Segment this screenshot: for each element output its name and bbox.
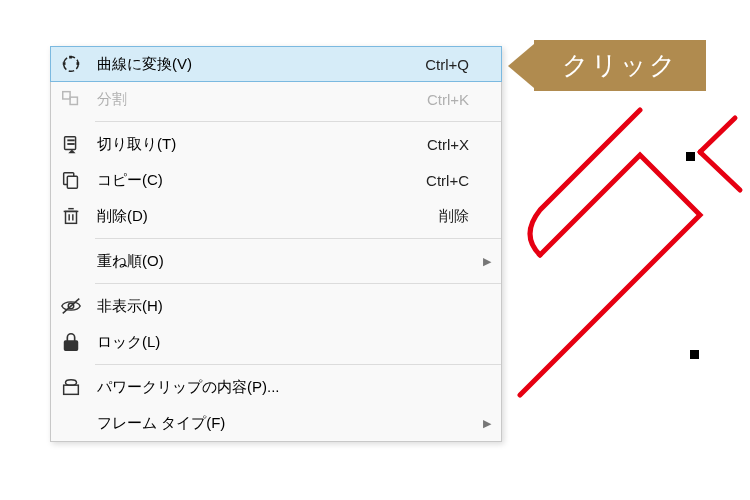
svg-rect-19: [64, 385, 79, 394]
callout-arrow-icon: [508, 44, 534, 88]
menu-label: 非表示(H): [91, 297, 387, 316]
menu-item-convert-to-curve[interactable]: 曲線に変換(V) Ctrl+Q: [50, 46, 502, 82]
menu-label: フレーム タイプ(F): [91, 414, 387, 433]
menu-shortcut: 削除: [387, 207, 477, 226]
svg-rect-11: [66, 211, 77, 223]
menu-item-split: 分割 Ctrl+K: [51, 81, 501, 117]
menu-item-delete[interactable]: 削除(D) 削除: [51, 198, 501, 234]
copy-icon: [51, 169, 91, 191]
split-icon: [51, 88, 91, 110]
menu-item-copy[interactable]: コピー(C) Ctrl+C: [51, 162, 501, 198]
svg-rect-3: [69, 56, 72, 59]
instruction-callout: クリック: [508, 40, 706, 91]
menu-label: コピー(C): [91, 171, 387, 190]
menu-separator: [95, 364, 501, 365]
menu-item-hide[interactable]: 非表示(H): [51, 288, 501, 324]
powerclip-icon: [51, 376, 91, 398]
svg-rect-8: [67, 143, 74, 145]
svg-rect-1: [63, 62, 66, 65]
svg-line-17: [63, 299, 80, 314]
menu-label: ロック(L): [91, 333, 387, 352]
svg-rect-7: [67, 139, 74, 141]
menu-separator: [95, 238, 501, 239]
submenu-arrow-icon: ▶: [477, 417, 491, 430]
convert-curve-icon: [51, 53, 91, 75]
trash-icon: [51, 205, 91, 227]
menu-shortcut: Ctrl+Q: [387, 56, 477, 73]
callout-label: クリック: [534, 40, 706, 91]
menu-item-frame-type[interactable]: フレーム タイプ(F) ▶: [51, 405, 501, 441]
lock-icon: [51, 331, 91, 353]
submenu-arrow-icon: ▶: [477, 255, 491, 268]
menu-shortcut: Ctrl+C: [387, 172, 477, 189]
context-menu: 曲線に変換(V) Ctrl+Q 分割 Ctrl+K 切り取り(T) Ctrl+X…: [50, 46, 502, 442]
cut-icon: [51, 133, 91, 155]
menu-separator: [95, 283, 501, 284]
selection-handle[interactable]: [686, 152, 695, 161]
svg-rect-18: [65, 341, 78, 350]
menu-label: 切り取り(T): [91, 135, 387, 154]
svg-point-0: [64, 57, 79, 72]
selection-handle[interactable]: [690, 350, 699, 359]
menu-label: 削除(D): [91, 207, 387, 226]
svg-rect-5: [70, 97, 77, 104]
menu-item-cut[interactable]: 切り取り(T) Ctrl+X: [51, 126, 501, 162]
menu-label: 重ね順(O): [91, 252, 387, 271]
menu-item-order[interactable]: 重ね順(O) ▶: [51, 243, 501, 279]
svg-rect-10: [67, 176, 77, 188]
menu-item-powerclip[interactable]: パワークリップの内容(P)...: [51, 369, 501, 405]
menu-shortcut: Ctrl+X: [387, 136, 477, 153]
eye-off-icon: [51, 295, 91, 317]
menu-label: 分割: [91, 90, 387, 109]
menu-label: パワークリップの内容(P)...: [91, 378, 387, 397]
menu-separator: [95, 121, 501, 122]
menu-shortcut: Ctrl+K: [387, 91, 477, 108]
menu-item-lock[interactable]: ロック(L): [51, 324, 501, 360]
svg-point-20: [66, 380, 77, 386]
menu-label: 曲線に変換(V): [91, 55, 387, 74]
svg-rect-4: [63, 92, 70, 99]
svg-rect-2: [77, 62, 80, 65]
